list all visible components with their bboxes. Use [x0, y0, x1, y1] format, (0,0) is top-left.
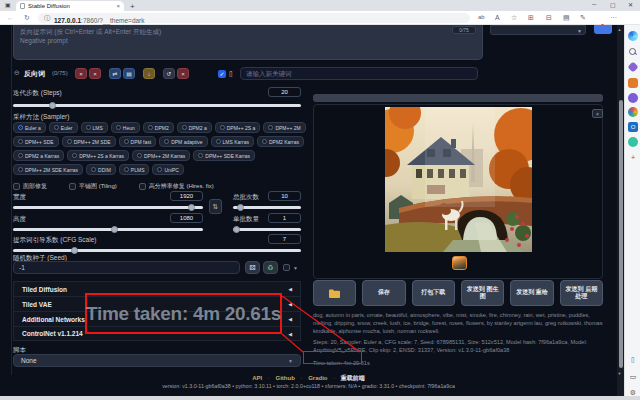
github-link[interactable]: Github	[276, 375, 295, 381]
add-sidebar-item-icon[interactable]: +	[628, 152, 638, 162]
sampler-option-euler[interactable]: Euler	[49, 122, 78, 133]
web-capture-icon[interactable]: ✎	[580, 14, 586, 22]
steps-value[interactable]: 20	[268, 87, 301, 97]
translate-toggle-icon[interactable]: ▯	[229, 70, 233, 78]
scrollbar-thumb[interactable]	[619, 100, 623, 368]
sampler-option-dpmpp-2s-a[interactable]: DPM++ 2S a	[215, 122, 261, 133]
height-value[interactable]: 1080	[170, 213, 203, 223]
sampler-option-dpmpp-2s-a-karras[interactable]: DPM++ 2S a Karras	[67, 150, 129, 161]
sampler-option-dpm2-karras[interactable]: DPM2 Karras	[257, 136, 304, 147]
batch-count-value[interactable]: 10	[268, 191, 301, 201]
restore-faces-checkbox[interactable]: 面部修复	[13, 182, 47, 191]
favorites-star-icon[interactable]: ☆	[511, 14, 517, 22]
generated-image[interactable]	[385, 107, 532, 252]
tiling-checkbox[interactable]: 平铺图 (Tiling)	[69, 182, 117, 191]
new-keyword-input[interactable]	[240, 67, 478, 80]
scroll-down-icon[interactable]: ▼	[618, 371, 622, 376]
extra-seed-checkbox[interactable]	[283, 264, 290, 271]
back-button[interactable]: ←	[7, 14, 14, 21]
window-maximize-button[interactable]: ▢	[610, 1, 616, 8]
sampler-option-dpm2-a[interactable]: DPM2 a	[177, 122, 212, 133]
tag-icon[interactable]	[627, 61, 638, 72]
height-slider-thumb[interactable]	[111, 226, 118, 233]
sampler-option-dpmpp-2m-sde-karras[interactable]: DPM++ 2M SDE Karras	[13, 164, 83, 175]
sampler-option-ddim[interactable]: DDIM	[86, 164, 116, 175]
refresh-button[interactable]: ↻	[24, 14, 30, 22]
seed-input[interactable]	[13, 261, 240, 274]
batch-size-slider-thumb[interactable]	[233, 226, 240, 233]
teams-icon[interactable]	[628, 137, 638, 147]
scroll-up-icon[interactable]: ▲	[618, 27, 622, 32]
random-seed-button[interactable]: ⚄	[245, 261, 260, 274]
api-link[interactable]: API	[252, 375, 262, 381]
workspaces-icon[interactable]: ▣	[5, 2, 11, 9]
sampler-option-dpmpp-sde[interactable]: DPM++ SDE	[13, 136, 59, 147]
address-bar[interactable]: ⓘ 127.0.0.1:7860/?__theme=dark	[38, 13, 470, 23]
copy-tags-button[interactable]: ▤	[123, 68, 135, 79]
window-minimize-button[interactable]: ─	[592, 1, 596, 7]
swap-dimensions-button[interactable]: ⇅	[209, 199, 222, 214]
send-to-extras-button[interactable]: 发送到 后期处理	[560, 280, 603, 306]
send-to-img2img-button[interactable]: 发送到 图生图	[461, 280, 504, 306]
sampler-option-euler-a[interactable]: Euler a	[13, 122, 46, 133]
sampler-option-dpmpp-2m-sde[interactable]: DPM++ 2M SDE	[62, 136, 116, 147]
copilot-sidebar-icon[interactable]	[628, 31, 638, 41]
steps-slider[interactable]	[13, 104, 301, 107]
sampler-option-dpm-fast[interactable]: DPM fast	[119, 136, 157, 147]
sampler-option-lms-karras[interactable]: LMS Karras	[211, 136, 254, 147]
sampler-option-dpmpp-2m-karras[interactable]: DPM++ 2M Karras	[132, 150, 190, 161]
batch-count-slider[interactable]	[233, 206, 301, 209]
width-slider[interactable]	[13, 206, 203, 209]
screen-capture-icon[interactable]: ▭	[628, 372, 638, 382]
steps-slider-thumb[interactable]	[49, 102, 56, 109]
width-value[interactable]: 1920	[170, 191, 203, 201]
sampler-option-lms[interactable]: LMS	[81, 122, 108, 133]
immersive-reader-icon[interactable]: ab	[478, 14, 485, 20]
zip-download-button[interactable]: 打包下载	[412, 280, 455, 306]
people-icon[interactable]	[628, 93, 638, 103]
autocomplete-checkbox[interactable]: ✓	[218, 70, 226, 78]
sampler-option-dpm2-a-karras[interactable]: DPM2 a Karras	[13, 150, 64, 161]
delete-tag-button[interactable]: ×	[75, 68, 87, 79]
shuffle-tags-button[interactable]: ⇄	[109, 68, 121, 79]
cfg-scale-value[interactable]: 7	[268, 234, 301, 244]
cfg-slider-thumb[interactable]	[71, 247, 78, 254]
gradio-link[interactable]: Gradio	[308, 375, 327, 381]
import-tags-button[interactable]: ↓	[143, 68, 155, 79]
sampler-option-dpm2[interactable]: DPM2	[143, 122, 174, 133]
delete-all-tags-button[interactable]: ×	[89, 68, 101, 79]
trash-button[interactable]: ×	[177, 68, 189, 79]
batch-count-slider-thumb[interactable]	[237, 204, 244, 211]
collections-icon[interactable]: ⊟	[546, 14, 552, 22]
phone-link-icon[interactable]: ▯	[628, 355, 638, 365]
reload-frontend-link[interactable]: 重载前端	[341, 375, 365, 381]
height-slider[interactable]	[13, 228, 203, 231]
shopping-icon[interactable]	[628, 78, 638, 88]
outlook-icon[interactable]: O	[628, 122, 638, 132]
script-dropdown[interactable]: None ▼	[13, 354, 301, 367]
save-button[interactable]: 保存	[362, 280, 405, 306]
sampler-option-dpmpp-2m[interactable]: DPM++ 2M	[263, 122, 305, 133]
batch-size-slider[interactable]	[233, 228, 301, 231]
send-to-inpaint-button[interactable]: 发送到 重绘	[510, 280, 553, 306]
sampler-option-plms[interactable]: PLMS	[119, 164, 150, 175]
split-screen-icon[interactable]: ⊞	[528, 14, 534, 22]
games-icon[interactable]	[628, 107, 638, 117]
page-scrollbar[interactable]: ▲ ▼	[617, 25, 624, 396]
sampler-option-dpm-adaptive[interactable]: DPM adaptive	[159, 136, 207, 147]
negative-prompt-input[interactable]	[13, 25, 483, 60]
read-aloud-icon[interactable]: A	[495, 14, 500, 21]
styles-dropdown[interactable]: ▼	[490, 25, 586, 35]
browser-essentials-icon[interactable]: ▤	[563, 14, 570, 22]
sampler-option-dpmpp-sde-karras[interactable]: DPM++ SDE Karras	[193, 150, 255, 161]
site-info-icon[interactable]: ⓘ	[44, 14, 50, 23]
generate-button[interactable]	[594, 25, 612, 34]
history-button[interactable]: ↺	[163, 68, 175, 79]
window-close-button[interactable]: ✕	[628, 1, 633, 8]
sampler-option-heun[interactable]: Heun	[111, 122, 140, 133]
close-image-button[interactable]: ×	[592, 109, 603, 118]
gallery-thumbnail[interactable]	[452, 256, 467, 270]
search-icon[interactable]	[628, 47, 638, 57]
sampler-option-unipc[interactable]: UniPC	[152, 164, 183, 175]
batch-size-value[interactable]: 1	[268, 213, 301, 223]
